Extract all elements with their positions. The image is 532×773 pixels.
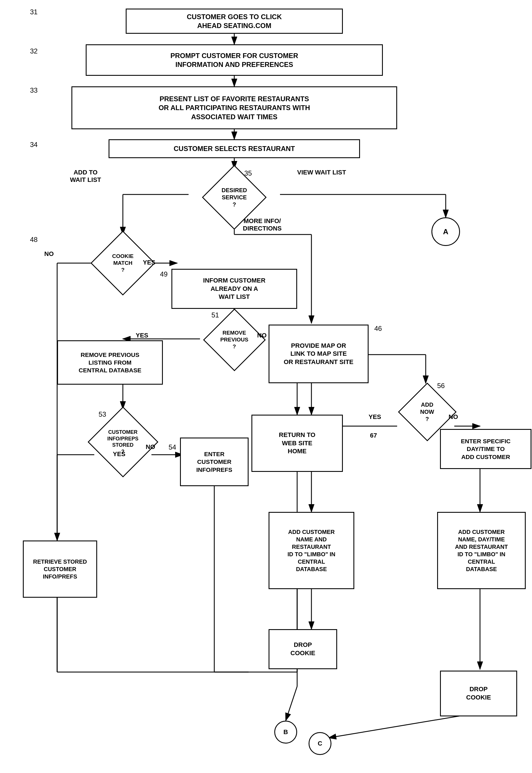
label-yes-addnow: YES [369, 413, 381, 421]
box-prompt-customer: PROMPT CUSTOMER FOR CUSTOMERINFORMATION … [86, 44, 383, 76]
circle-connector-A: A [431, 217, 460, 246]
box-inform-customer: INFORM CUSTOMERALREADY ON AWAIT LIST [171, 269, 297, 309]
label-no-stored: NO [146, 443, 155, 451]
circle-connector-C: C [309, 732, 331, 755]
box-present-list: PRESENT LIST OF FAVORITE RESTAURANTSOR A… [71, 86, 397, 129]
label-no-remove: NO [257, 332, 267, 339]
ref-34: 34 [30, 141, 38, 149]
box-customer-goes-to-site: CUSTOMER GOES TO CLICKAHEAD SEATING.COM [126, 9, 343, 34]
box-provide-map: PROVIDE MAP ORLINK TO MAP SITEOR RESTAUR… [269, 325, 369, 383]
box-return-home: RETURN TOWEB SITEHOME [251, 415, 343, 472]
svg-line-37 [329, 715, 466, 738]
diamond-info-stored: CUSTOMERINFO/PREPSSTORED? [77, 409, 169, 475]
label-no-cookie: NO [44, 250, 54, 258]
circle-connector-B: B [274, 721, 297, 744]
flowchart-diagram: 31 32 33 34 35 48 49 51 52 53 54 53 46 4… [0, 0, 532, 773]
diamond-remove-previous: REMOVEPREVIOUS? [190, 311, 279, 368]
label-67: 67 [370, 432, 377, 439]
ref-54: 54 [169, 443, 176, 451]
box-customer-selects: CUSTOMER SELECTS RESTAURANT [109, 139, 360, 158]
ref-33: 33 [30, 86, 38, 94]
box-enter-customer-info: ENTERCUSTOMERINFO/PREFS [180, 438, 249, 486]
box-remove-previous: REMOVE PREVIOUSLISTING FROMCENTRAL DATAB… [57, 340, 163, 385]
ref-32: 32 [30, 47, 38, 55]
label-yes-remove: YES [136, 332, 148, 339]
label-view-wait-list: VIEW WAIT LIST [297, 169, 346, 176]
label-more-info: MORE INFO/DIRECTIONS [243, 217, 282, 232]
ref-46: 46 [374, 325, 382, 333]
box-enter-specific-day: ENTER SPECIFICDAY/TIME TOADD CUSTOMER [440, 429, 531, 469]
box-drop-cookie-right: DROPCOOKIE [440, 671, 517, 716]
ref-48: 48 [30, 236, 38, 244]
label-add-to-wait-list: ADD TOWAIT LIST [70, 169, 101, 183]
box-add-customer-daytime-limbo: ADD CUSTOMERNAME, DAY/TIMEAND RESTAURANT… [437, 512, 526, 589]
label-yes-cookie: YES [143, 259, 155, 266]
box-add-customer-limbo: ADD CUSTOMERNAME ANDRESTAURANTID TO "LIM… [269, 512, 354, 589]
svg-line-36 [286, 686, 297, 721]
label-no-addnow: NO [449, 413, 458, 421]
box-drop-cookie-left: DROPCOOKIE [269, 629, 337, 669]
box-retrieve-stored: RETRIEVE STOREDCUSTOMERINFO/PREFS [23, 540, 97, 598]
ref-31: 31 [30, 8, 38, 16]
